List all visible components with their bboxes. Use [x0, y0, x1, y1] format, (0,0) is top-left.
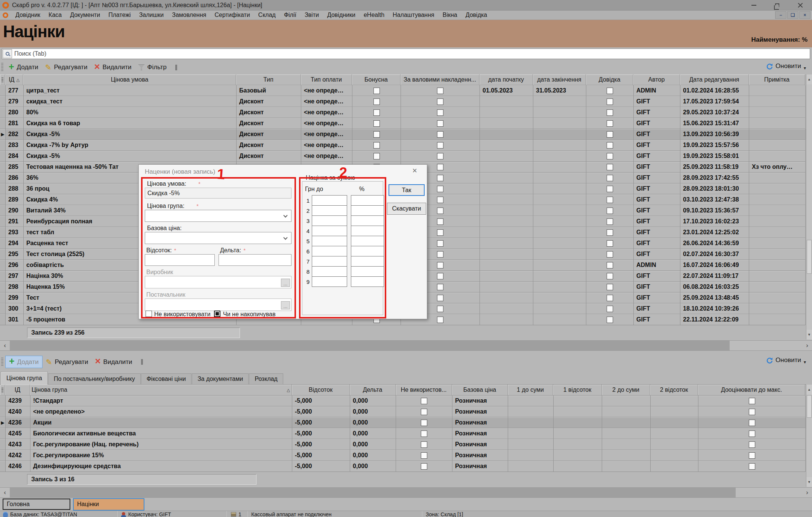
table-row[interactable]: 4239 !Стандарт -5,000 0,000 Розничная	[0, 396, 806, 406]
reference-checkbox[interactable]	[607, 262, 613, 268]
reference-checkbox[interactable]	[607, 295, 613, 301]
col-percent2[interactable]: 2 відсоток	[650, 385, 698, 396]
gross-checkbox[interactable]	[437, 251, 443, 258]
gross-checkbox[interactable]	[437, 175, 443, 181]
close-button[interactable]	[789, 0, 812, 10]
scroll-thumb[interactable]	[807, 240, 812, 274]
gross-checkbox[interactable]	[437, 164, 443, 170]
col-sum1[interactable]: 1 до суми	[508, 385, 553, 396]
columns-button-bottom[interactable]	[136, 358, 148, 366]
not-used-checkbox[interactable]	[421, 420, 427, 426]
gross-checkbox[interactable]	[437, 131, 443, 138]
gross-checkbox[interactable]	[437, 208, 443, 214]
manufacturer-lookup-button[interactable]: ...	[281, 279, 290, 287]
sum-input[interactable]	[312, 205, 347, 216]
gross-checkbox[interactable]	[437, 218, 443, 225]
scroll-thumb[interactable]	[10, 488, 736, 497]
base-price-select[interactable]	[145, 232, 291, 244]
col-not-used[interactable]: Не використов...	[396, 385, 452, 396]
gross-checkbox[interactable]	[437, 229, 443, 236]
table-row[interactable]: 280 80% Дисконт <не опреде… GIFT 29.05.2…	[0, 107, 806, 118]
reference-checkbox[interactable]	[607, 153, 613, 159]
reference-checkbox[interactable]	[607, 131, 613, 138]
reference-checkbox[interactable]	[607, 175, 613, 181]
gross-checkbox[interactable]	[437, 295, 443, 301]
columns-button[interactable]	[170, 63, 182, 72]
not-used-checkbox[interactable]	[421, 441, 427, 448]
bonus-checkbox[interactable]	[373, 131, 380, 138]
not-accumulated-checkbox[interactable]	[214, 311, 220, 317]
sum-input[interactable]	[312, 195, 347, 206]
gross-checkbox[interactable]	[437, 273, 443, 279]
refresh-button-bottom[interactable]: Оновити	[766, 356, 806, 364]
table-row[interactable]: 4243 Гос.регулирование (Нац. перечень) -…	[0, 439, 806, 450]
tab-price-group[interactable]: Цінова група	[1, 371, 48, 385]
col-percent[interactable]: Відсоток	[292, 385, 350, 396]
table-row[interactable]: 277 цитра_тест Базовый <не опреде… 01.05…	[0, 85, 806, 96]
percent-input[interactable]	[351, 266, 384, 277]
not-used-checkbox[interactable]	[421, 452, 427, 459]
not-used-checkbox[interactable]	[421, 409, 427, 415]
gross-checkbox[interactable]	[437, 284, 443, 290]
dialog-close-button[interactable]	[412, 167, 417, 174]
scroll-thumb[interactable]	[10, 341, 730, 350]
col-id[interactable]: ІД	[5, 74, 23, 85]
edit-button-bottom[interactable]: Редагувати	[42, 356, 92, 368]
window-tab-home[interactable]: Головна	[3, 499, 70, 510]
col-type[interactable]: Тип	[236, 74, 301, 85]
table-row[interactable]: 4245 Биологически активные вещества -5,0…	[0, 428, 806, 439]
percent-input[interactable]	[351, 236, 384, 246]
reference-checkbox[interactable]	[607, 229, 613, 236]
menu-item[interactable]: Філії	[280, 12, 301, 18]
max-markup-checkbox[interactable]	[749, 420, 755, 426]
col-bonus[interactable]: Бонусна	[352, 74, 401, 85]
reference-checkbox[interactable]	[607, 284, 613, 290]
reference-checkbox[interactable]	[607, 197, 613, 203]
gross-checkbox[interactable]	[437, 306, 443, 312]
gross-checkbox[interactable]	[437, 153, 443, 159]
sum-input[interactable]	[312, 266, 347, 277]
reference-checkbox[interactable]	[607, 109, 613, 116]
supplier-input[interactable]: ...	[145, 299, 291, 311]
table-row[interactable]: 283 Скидка -7% by Артур Дисконт <не опре…	[0, 140, 806, 151]
sum-input[interactable]	[312, 226, 347, 236]
col-gross[interactable]: За валовими накладенн...	[401, 74, 480, 85]
reference-checkbox[interactable]	[607, 240, 613, 247]
menu-item[interactable]: Платежі	[104, 12, 135, 18]
bonus-checkbox[interactable]	[373, 153, 380, 159]
refresh-button-top[interactable]: Оновити	[766, 62, 806, 70]
reference-checkbox[interactable]	[607, 218, 613, 225]
col-percent1[interactable]: 1 відсоток	[553, 385, 602, 396]
menu-item[interactable]: Налаштування	[389, 12, 439, 18]
percent-input[interactable]	[351, 246, 384, 256]
table-row[interactable]: 284 Скидка -5% Дисконт <не опреде… GIFT …	[0, 151, 806, 162]
delta-input[interactable]	[219, 254, 291, 266]
horizontal-scrollbar-top[interactable]	[0, 340, 812, 351]
reference-checkbox[interactable]	[607, 142, 613, 149]
max-markup-checkbox[interactable]	[749, 398, 755, 404]
col-price-condition[interactable]: Цінова умова	[23, 74, 236, 85]
col-date-start[interactable]: дата початку	[480, 74, 533, 85]
menu-item[interactable]: Звіти	[301, 12, 323, 18]
col-author[interactable]: Автор	[633, 74, 680, 85]
scroll-up-icon[interactable]	[806, 74, 812, 84]
add-button[interactable]: Додати	[5, 62, 42, 73]
minimize-button[interactable]	[742, 0, 765, 10]
tab-schedule[interactable]: Розклад	[249, 373, 283, 384]
window-tab-markups[interactable]: Націнки	[73, 498, 144, 511]
col-pay-type[interactable]: Тип оплати	[301, 74, 352, 85]
gross-checkbox[interactable]	[437, 142, 443, 149]
gross-checkbox[interactable]	[437, 120, 443, 127]
search-input[interactable]	[12, 50, 810, 58]
price-condition-input[interactable]	[145, 188, 291, 199]
scroll-right-icon[interactable]	[802, 341, 812, 350]
col-note[interactable]: Примітка	[749, 74, 805, 85]
col-price-group[interactable]: Цінова група	[30, 385, 292, 396]
col-reference[interactable]: Довідка	[586, 74, 633, 85]
mdi-minimize-button[interactable]: –	[775, 11, 786, 19]
sum-input[interactable]	[312, 215, 347, 226]
scroll-up-icon[interactable]	[806, 385, 812, 394]
max-markup-checkbox[interactable]	[749, 441, 755, 448]
menu-item[interactable]: Довідник	[11, 12, 44, 18]
table-row[interactable]: 281 Скидка на 6 товар Дисконт <не опреде…	[0, 118, 806, 129]
